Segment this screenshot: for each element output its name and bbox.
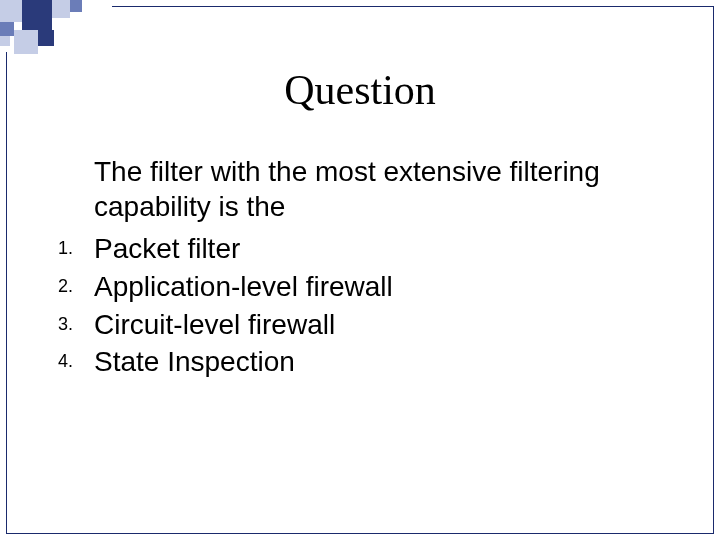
option-text: Circuit-level firewall [94, 306, 674, 344]
list-item: 4. State Inspection [46, 343, 674, 381]
slide-title: Question [46, 66, 674, 114]
option-number: 3. [46, 306, 94, 344]
option-number: 4. [46, 343, 94, 381]
list-item: 1. Packet filter [46, 230, 674, 268]
question-text: The filter with the most extensive filte… [94, 154, 674, 224]
slide-content: Question The filter with the most extens… [6, 6, 714, 534]
list-item: 2. Application-level firewall [46, 268, 674, 306]
list-item: 3. Circuit-level firewall [46, 306, 674, 344]
option-text: State Inspection [94, 343, 674, 381]
options-list: 1. Packet filter 2. Application-level fi… [46, 230, 674, 381]
option-number: 1. [46, 230, 94, 268]
option-number: 2. [46, 268, 94, 306]
option-text: Packet filter [94, 230, 674, 268]
option-text: Application-level firewall [94, 268, 674, 306]
